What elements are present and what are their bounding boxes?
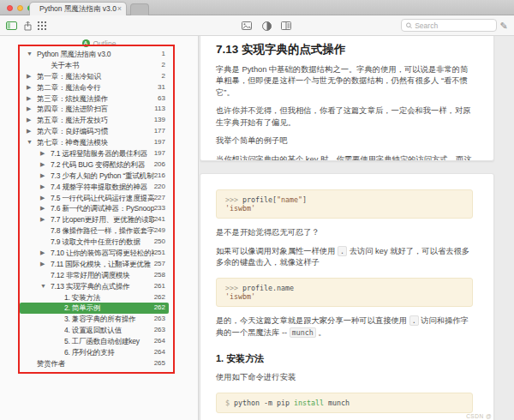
- toc-item-label: 7.3 少有人知的 Python “重试机制”: [51, 171, 154, 182]
- toc-item-label: 4. 设置返回默认值: [64, 325, 154, 336]
- toc-item-label: 第六章：良好编码习惯: [37, 126, 154, 137]
- toc-item-label: 1. 安装方法: [64, 292, 154, 303]
- close-window-button[interactable]: [7, 5, 13, 11]
- grid-view-icon[interactable]: [35, 15, 49, 36]
- inline-code: munch: [290, 327, 316, 338]
- search-input[interactable]: [415, 21, 492, 30]
- inline-code: .: [409, 315, 419, 326]
- disclosure-right-icon[interactable]: ▶: [27, 82, 37, 93]
- toc-item-page: 261: [154, 281, 169, 292]
- disclosure-down-icon[interactable]: ▼: [27, 49, 37, 60]
- sidebar-toggle-icon[interactable]: [4, 15, 18, 36]
- toc-item[interactable]: ▶7.2 代码 BUG 变得酷炫的利器206: [20, 159, 169, 171]
- toc-item-label: 7.7 比open更好用、更优雅的读取文件: [51, 214, 154, 225]
- disclosure-down-icon[interactable]: ▼: [27, 137, 37, 148]
- search-field[interactable]: [401, 19, 497, 32]
- toc-item[interactable]: ▶7.1 远程登陆服务器的最佳利器197: [20, 148, 169, 159]
- toc-item-page: 264: [154, 336, 169, 347]
- main-area: A Outline ▼Python 黑魔法指南 v3.01关于本书2▶第一章：魔…: [0, 36, 514, 420]
- toc-item-label: 2. 简单示例: [64, 303, 154, 314]
- toc-item-page: 177: [154, 126, 169, 137]
- toc-item-label: 7.11 国际化模块，让翻译更优雅: [51, 259, 154, 270]
- toc-item-page: 262: [154, 292, 169, 303]
- disclosure-right-icon[interactable]: ▶: [40, 259, 51, 270]
- toc-item[interactable]: ▶7.7 比open更好用、更优雅的读取文件241: [20, 214, 169, 225]
- inline-code: .: [338, 246, 347, 256]
- disclosure-right-icon[interactable]: ▶: [40, 171, 51, 182]
- toc-item[interactable]: ▶7.10 让你的装饰器写得更轻松的神库251: [20, 248, 169, 259]
- toc-item[interactable]: 7.8 像操作路径一样，操作嵌套字典249: [20, 225, 169, 237]
- disclosure-right-icon[interactable]: ▶: [27, 71, 37, 82]
- document-content[interactable]: 7.13 实现字典的点式操作字典是 Python 中基础的数据结构之一。字典的使…: [200, 36, 514, 420]
- toc[interactable]: ▼Python 黑魔法指南 v3.01关于本书2▶第一章：魔法冷知识2▶第二章：…: [20, 49, 169, 369]
- toc-item-label: 7.4 规整字符串提取数据的神器: [51, 182, 154, 193]
- dark-mode-toggle-icon[interactable]: [260, 15, 273, 36]
- toc-item[interactable]: 4. 设置返回默认值263: [20, 325, 169, 336]
- paragraph: 我举个简单的例子吧: [216, 135, 473, 147]
- toc-item[interactable]: ▶第五章：魔法开发技巧139: [20, 115, 169, 126]
- disclosure-right-icon[interactable]: ▶: [27, 104, 37, 115]
- toc-item-label: 第七章：神奇魔法模块: [37, 137, 154, 148]
- disclosure-right-icon[interactable]: ▶: [40, 159, 51, 171]
- share-icon[interactable]: [21, 15, 34, 36]
- toc-item[interactable]: ▼第七章：神奇魔法模块197: [20, 137, 169, 148]
- toc-item[interactable]: ▶7.4 规整字符串提取数据的神器220: [20, 182, 169, 193]
- toc-item[interactable]: 7.9 读取文件中任意行的数据250: [20, 237, 169, 248]
- toc-item-label: 7.8 像操作路径一样，操作嵌套字典: [51, 225, 154, 237]
- toc-item-label: 7.5 一行代码让代码运行速度提高100倍: [51, 193, 154, 204]
- toc-item[interactable]: ▼7.13 实现字典的点式操作261: [20, 281, 169, 292]
- document-tab[interactable]: Python 黑魔法指南 v3.0 ×: [29, 2, 127, 15]
- image-mode-icon[interactable]: [240, 15, 254, 36]
- toc-item[interactable]: ▶7.6 新一代的调试神器：PySnooper233: [20, 203, 169, 214]
- section-heading: 7.13 实现字典的点式操作: [216, 42, 473, 57]
- toc-item-page: 233: [154, 203, 169, 214]
- toc-item[interactable]: 关于本书2: [20, 60, 169, 71]
- toc-item[interactable]: 2. 简单示例262: [20, 303, 169, 314]
- edit-pencil-icon[interactable]: ✎: [496, 15, 511, 36]
- disclosure-right-icon[interactable]: ▶: [27, 93, 37, 105]
- toc-item[interactable]: ▶第三章：炫技魔法操作63: [20, 93, 169, 105]
- toc-item-page: 2: [162, 71, 169, 82]
- minimize-window-button[interactable]: [17, 5, 23, 11]
- toc-item[interactable]: ▼Python 黑魔法指南 v3.01: [20, 49, 169, 60]
- tab-close-icon[interactable]: ×: [117, 3, 122, 15]
- disclosure-right-icon[interactable]: ▶: [27, 126, 37, 137]
- pdf-page: 7.13 实现字典的点式操作字典是 Python 中基础的数据结构之一。字典的使…: [200, 36, 494, 161]
- toc-item[interactable]: 1. 安装方法262: [20, 292, 169, 303]
- toc-item-label: 7.9 读取文件中任意行的数据: [51, 237, 154, 248]
- toc-item-page: 216: [154, 171, 169, 182]
- toc-item-page: 265: [154, 358, 169, 369]
- toc-item-label: 关于本书: [51, 60, 162, 71]
- toc-item[interactable]: ▶第四章：魔法进阶扫盲113: [20, 104, 169, 115]
- toc-item[interactable]: ▶第二章：魔法命令行31: [20, 82, 169, 93]
- disclosure-down-icon[interactable]: ▼: [40, 281, 51, 292]
- toc-item-page: 257: [154, 259, 169, 270]
- toc-item[interactable]: ▶第一章：魔法冷知识2: [20, 71, 169, 82]
- disclosure-right-icon[interactable]: ▶: [40, 203, 51, 214]
- toc-item[interactable]: 7.12 非常好用的调度模块258: [20, 270, 169, 281]
- disclosure-right-icon[interactable]: ▶: [40, 148, 51, 159]
- disclosure-right-icon[interactable]: ▶: [40, 193, 51, 204]
- two-page-view-icon[interactable]: [279, 15, 293, 36]
- paragraph: 也许你并不觉得，但我相信，你看了这篇文章后，一定会和我一样，对原生字典开始有了偏…: [216, 105, 473, 129]
- toc-item[interactable]: ▶第六章：良好编码习惯177: [20, 126, 169, 137]
- toc-item[interactable]: ▶7.5 一行代码让代码运行速度提高100倍227: [20, 193, 169, 204]
- toc-item-label: 3. 兼容字典的所有操作: [64, 314, 154, 325]
- paragraph: 是的，今天这篇文章就是跟大家分享一种可以直接使用 . 访问和操作字典的一个黑魔法…: [216, 315, 473, 339]
- inactive-tab-stub[interactable]: [130, 3, 149, 15]
- toc-item[interactable]: 3. 兼容字典的所有操作263: [20, 314, 169, 325]
- toc-item[interactable]: 赞赏作者265: [20, 358, 169, 369]
- toc-item-page: 241: [154, 214, 169, 225]
- disclosure-right-icon[interactable]: ▶: [40, 214, 51, 225]
- disclosure-right-icon[interactable]: ▶: [27, 115, 37, 126]
- toc-item[interactable]: ▶7.3 少有人知的 Python “重试机制”216: [20, 171, 169, 182]
- toc-item-label: Python 黑魔法指南 v3.0: [37, 49, 162, 60]
- toolbar: ✎: [0, 15, 514, 36]
- toc-item-label: 7.13 实现字典的点式操作: [51, 281, 154, 292]
- disclosure-right-icon[interactable]: ▶: [40, 182, 51, 193]
- disclosure-right-icon[interactable]: ▶: [40, 248, 51, 259]
- toc-item[interactable]: 6. 序列化的支持264: [20, 347, 169, 358]
- toc-item[interactable]: ▶7.11 国际化模块，让翻译更优雅257: [20, 259, 169, 270]
- tab-bar: Python 黑魔法指南 v3.0 ×: [0, 0, 514, 15]
- toc-item[interactable]: 5. 工厂函数自动创建key264: [20, 336, 169, 347]
